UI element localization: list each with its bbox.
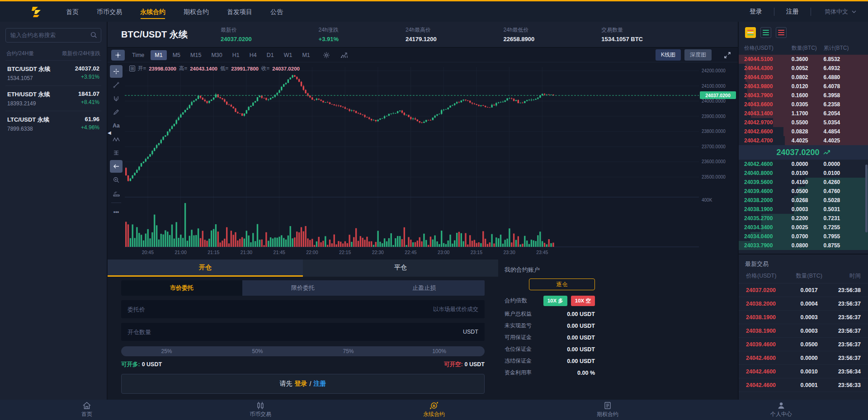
interval-H4-5[interactable]: H4 [245,50,261,60]
chart-settings-button[interactable] [321,50,332,61]
prompt-login-link[interactable]: 登录 [295,380,307,388]
interval-M15-2[interactable]: M15 [186,50,205,60]
crosshair-tool-button[interactable] [111,50,125,61]
prompt-register-link[interactable]: 注册 [313,380,326,388]
login-prompt-button[interactable]: 请先 登录 / 注册 [121,374,485,394]
leverage-short-button[interactable]: 10X 空 [571,296,595,306]
kline-view-button[interactable]: K线图 [656,49,681,61]
candlestick-chart[interactable]: ⊞ 开=23998.0300 高=24043.1400 低=23991.7800… [125,62,738,260]
percent-100%[interactable]: 100% [394,346,485,356]
stat-label: 24h最低价 [504,26,535,34]
scrollbar[interactable] [865,165,868,232]
interval-H1-4[interactable]: H1 [228,50,244,60]
bid-row[interactable]: 24039.46000.05000.4760 [739,187,868,196]
interval-D1-6[interactable]: D1 [263,50,278,60]
percent-50%[interactable]: 50% [212,346,303,356]
ask-row[interactable]: 24042.47004.40254.4025 [739,136,868,145]
percent-slider[interactable]: 25%50%75%100% [121,346,485,356]
quantity-input[interactable] [121,329,485,335]
fullscreen-icon[interactable] [722,50,733,61]
legend-toggle-icon[interactable]: ⊞ [129,66,135,71]
bid-row[interactable]: 24034.34000.00250.7255 [739,223,868,232]
nav-item-2[interactable]: 币币交易 [97,2,122,22]
measure-tool-icon[interactable] [110,187,123,200]
stat-label: 交易数量 [601,26,643,34]
trade-time: 23:56:38 [826,287,861,293]
margin-mode-button[interactable]: 逐仓 [529,278,595,290]
chart-toolbar: Time M1M5M15M30H1H4D1W1M1 K线图 深度图 [108,48,738,62]
bottomnav-个人中心[interactable]: 个人中心 [694,400,868,420]
trade-time: 23:56:37 [826,341,861,348]
brush-tool-icon[interactable] [110,106,123,118]
pitchfork-tool-icon[interactable] [110,92,123,105]
pattern-tool-icon[interactable] [110,133,123,146]
bottomnav-永续合约[interactable]: B永续合约 [347,400,521,420]
book-total: 6.4932 [824,65,863,71]
panel-collapse-handle[interactable]: ◀ [108,130,111,135]
arrow-left-tool-icon[interactable] [110,160,123,173]
quantity-unit: USDT [463,329,478,335]
nav-item-5[interactable]: 首发项目 [227,2,252,22]
interval-M1-8[interactable]: M1 [298,50,314,60]
book-asks-icon[interactable] [776,27,787,38]
text-tool-icon[interactable]: Aa [110,119,123,132]
ask-row[interactable]: 24043.79000.16006.3958 [739,91,868,100]
language-selector[interactable]: 简体中文 [811,8,856,16]
tab-close-position[interactable]: 平仓 [303,260,498,277]
bid-row[interactable]: 24034.04000.07000.7955 [739,232,868,241]
zoom-in-tool-icon[interactable] [110,174,123,186]
percent-75%[interactable]: 75% [303,346,394,356]
position-tool-icon[interactable] [110,146,123,159]
ask-row[interactable]: 24044.51000.36006.8532 [739,55,868,64]
bid-row[interactable]: 24038.19000.00030.5031 [739,205,868,214]
interval-W1-7[interactable]: W1 [280,50,297,60]
svg-text:23:00: 23:00 [438,250,449,255]
price-input[interactable] [121,306,485,313]
bid-row[interactable]: 24039.56000.41600.4260 [739,178,868,187]
bid-row[interactable]: 24035.27000.22000.7231 [739,214,868,223]
cursor-tool-icon[interactable] [110,65,123,78]
pair-row[interactable]: LTC/USDT 永续7899.633861.96+4.96% [5,111,101,136]
order-type-tab-1[interactable]: 市价委托 [121,280,242,296]
ask-row[interactable]: 24044.03000.08026.4880 [739,73,868,82]
pair-row[interactable]: ETH/USDT 永续18393.21491841.07+8.41% [5,85,101,111]
bottomnav-期权合约[interactable]: 期权合约 [521,400,694,420]
ask-row[interactable]: 24043.98000.01206.4078 [739,82,868,91]
percent-25%[interactable]: 25% [121,346,212,356]
trend-line-tool-icon[interactable] [110,79,123,91]
bid-row[interactable]: 24038.20000.02680.5028 [739,196,868,205]
nav-item-3[interactable]: 永续合约 [140,2,165,22]
bid-row[interactable]: 24033.79000.08000.8755 [739,241,868,250]
chart-plot[interactable]: 20:4521:0021:1521:3021:4522:0022:1522:30… [125,62,738,260]
bottomnav-首页[interactable]: 首页 [0,400,174,420]
depth-view-button[interactable]: 深度图 [684,49,712,61]
nav-item-6[interactable]: 公告 [270,2,283,22]
ask-row[interactable]: 24043.66000.03056.2358 [739,100,868,109]
ask-row[interactable]: 24042.66000.08284.4854 [739,127,868,136]
order-type-tab-2[interactable]: 限价委托 [242,280,363,296]
ask-row[interactable]: 24042.97000.55005.0354 [739,118,868,127]
bid-row[interactable]: 24040.80000.01000.0100 [739,169,868,178]
slash: / [310,380,311,387]
tab-open-position[interactable]: 开仓 [108,260,303,277]
bid-row[interactable]: 24042.46000.00000.0000 [739,160,868,169]
book-both-icon[interactable] [745,27,756,38]
pair-row[interactable]: BTC/USDT 永续1534.105724037.02+3.91% [5,60,101,85]
ask-row[interactable]: 24044.43000.00526.4932 [739,64,868,73]
book-bids-icon[interactable] [760,27,771,38]
indicators-button[interactable] [339,50,350,61]
interval-M5-1[interactable]: M5 [169,50,184,60]
more-tools-icon[interactable]: ••• [110,206,123,218]
logo[interactable] [28,3,45,20]
ask-row[interactable]: 24043.14001.17006.2054 [739,109,868,118]
interval-M1-0[interactable]: M1 [151,50,166,60]
search-input[interactable] [6,32,101,38]
login-link[interactable]: 登录 [738,8,774,16]
nav-item-1[interactable]: 首页 [66,2,79,22]
register-link[interactable]: 注册 [774,8,811,16]
leverage-long-button[interactable]: 10X 多 [543,296,567,306]
nav-item-4[interactable]: 期权合约 [184,2,209,22]
bottomnav-币币交易[interactable]: 币币交易 [174,400,347,420]
order-type-tab-3[interactable]: 止盈止损 [363,280,485,296]
interval-M30-3[interactable]: M30 [207,50,226,60]
